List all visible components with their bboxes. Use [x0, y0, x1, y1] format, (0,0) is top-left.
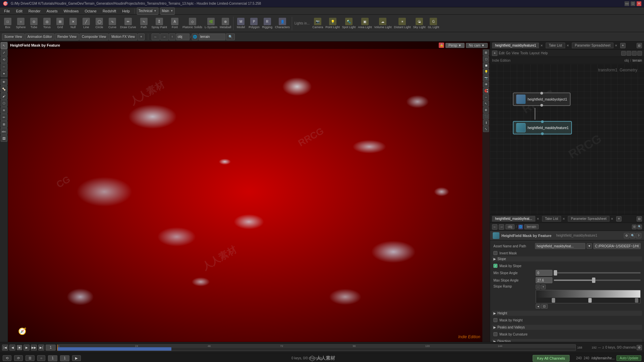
tl-playall-btn[interactable]: ▶▶: [31, 345, 37, 351]
toolbar-model[interactable]: M Model: [234, 15, 247, 32]
handle-tool[interactable]: ✦: [1, 70, 7, 77]
paint-tool[interactable]: 🖌: [1, 93, 7, 100]
node-maskbyfeature[interactable]: heightfield_maskbyfeature1: [510, 120, 575, 136]
animation-editor-tab[interactable]: Animation Editor: [25, 34, 54, 40]
ramp-minus-btn[interactable]: -: [536, 285, 540, 289]
render-view-tab[interactable]: Render View: [55, 34, 79, 40]
edit-tool[interactable]: ✏: [1, 114, 7, 121]
asset-path-arrow[interactable]: ▼: [587, 243, 592, 249]
ng-icon-4[interactable]: [637, 51, 642, 56]
props-tab-close[interactable]: ✕: [537, 217, 539, 221]
max-slope-slider[interactable]: [554, 280, 641, 281]
node-graph-area[interactable]: RRCG RRCG transform1 Geometry heightfiel…: [490, 64, 644, 215]
smooth-tool[interactable]: ≋: [1, 107, 7, 114]
status-btn-4[interactable]: ○: [37, 355, 45, 361]
asset-name-input[interactable]: [535, 243, 585, 249]
forward-btn[interactable]: →: [160, 34, 168, 40]
status-fps-input[interactable]: [60, 355, 69, 361]
ramp-plus-btn[interactable]: +: [541, 285, 546, 289]
ng-path-add[interactable]: +: [492, 51, 497, 56]
motion-fx-view-tab[interactable]: Motion FX View: [109, 34, 137, 40]
menu-assets[interactable]: Assets: [44, 8, 60, 14]
menu-help[interactable]: Help: [119, 8, 132, 14]
slope-section-header[interactable]: ▶ Slope: [492, 256, 642, 261]
tl-begin-btn[interactable]: |◀: [2, 345, 8, 351]
toolbar-sky-light[interactable]: 🌤 Sky Light: [412, 15, 426, 32]
rotate-tool[interactable]: ⟲: [1, 56, 7, 63]
menu-edit[interactable]: Edit: [13, 8, 25, 14]
props-back-btn[interactable]: ←: [492, 224, 497, 230]
status-btn-3[interactable]: ☰: [25, 355, 35, 361]
toolbar-spray[interactable]: ⁑ Spray Paint: [151, 15, 168, 32]
props-tab-take[interactable]: Take List: [542, 216, 561, 222]
props-tab-main[interactable]: heightfield_maskbyfeat...: [492, 216, 535, 222]
vp-tool-render[interactable]: ⬛: [483, 113, 489, 119]
vp-tool-select[interactable]: ↖: [483, 101, 489, 107]
tl-next-btn[interactable]: ▶|: [38, 345, 44, 351]
toolbar-box[interactable]: □ Box: [1, 15, 14, 32]
tl-play-btn[interactable]: ▶: [23, 345, 30, 351]
tl-stop-btn[interactable]: ■: [17, 345, 22, 350]
ng-icon-2[interactable]: [627, 51, 631, 56]
toolbar-tube[interactable]: ⊙ Tube: [28, 15, 40, 32]
max-slope-thumb[interactable]: [592, 278, 595, 283]
no-cam-button[interactable]: No cam ▼: [466, 43, 488, 48]
toolbar-circle[interactable]: ◯ Circle: [93, 15, 106, 32]
props-tab-close2[interactable]: ✕: [562, 217, 565, 221]
min-slope-slider[interactable]: [554, 272, 641, 274]
auto-update-btn[interactable]: Auto Update: [616, 355, 641, 361]
toolbar-camera[interactable]: 📷 Camera: [311, 15, 324, 32]
ng-icon-3[interactable]: [632, 51, 637, 56]
timeline-track[interactable]: 1 24 48 72 96 120 144: [57, 344, 576, 351]
toolbar-platonic[interactable]: ◇ Platonic Solids: [181, 15, 203, 32]
props-path-btn2[interactable]: 🔍: [637, 225, 642, 229]
search-btn[interactable]: 🔍: [226, 34, 235, 40]
toolbar-sphere[interactable]: ○ Sphere: [14, 15, 27, 32]
asset-path-input[interactable]: [593, 243, 641, 249]
minimize-button[interactable]: —: [625, 1, 629, 6]
vp-tool-view[interactable]: 👁: [483, 81, 489, 87]
ramp-extra-btn2[interactable]: ⊡: [541, 304, 548, 309]
add-view-tab[interactable]: +: [138, 34, 145, 40]
pose-tool[interactable]: 🦴: [1, 86, 7, 93]
vp-tool-handles[interactable]: ↔: [483, 94, 489, 100]
direction-section-header[interactable]: ▶ Direction: [492, 339, 642, 342]
terrain-icon-btn[interactable]: 🌐: [192, 34, 198, 40]
max-slope-input[interactable]: [536, 277, 552, 283]
mask-by-slope-checkbox[interactable]: [493, 264, 497, 268]
vp-tool-maximize[interactable]: ⤡: [483, 126, 489, 132]
persp-button[interactable]: Persp ▼: [445, 43, 465, 48]
toolbar-dropdown-technical[interactable]: Technical ▼: [137, 7, 158, 15]
menu-render[interactable]: Render: [26, 8, 43, 14]
toolbar-distant-light[interactable]: ☀ Distant Light: [393, 15, 412, 32]
height-section-header[interactable]: ▶ Height: [492, 311, 642, 316]
vp-tool-pivot[interactable]: ⊕: [483, 107, 489, 113]
props-search-btn[interactable]: 🔍: [630, 233, 635, 238]
toolbar-gl-light[interactable]: G GL Light: [427, 15, 440, 32]
node-maskbyobject[interactable]: heightfield_maskbyobject1: [510, 91, 573, 107]
back-btn[interactable]: ←: [152, 34, 160, 40]
toolbar-polygon[interactable]: P Polygon: [248, 15, 261, 32]
toolbar-line[interactable]: ╱ Line: [80, 15, 93, 32]
menu-file[interactable]: File: [1, 8, 13, 14]
peaks-section-header[interactable]: ▶ Peaks and Valleys: [492, 325, 642, 330]
min-slope-input[interactable]: [536, 270, 552, 276]
status-frame-input[interactable]: [48, 355, 57, 361]
vp-tool-info[interactable]: ℹ: [483, 120, 489, 126]
toolbar-dropdown-main[interactable]: Main ▼: [160, 7, 175, 15]
vp-tool-display[interactable]: ◻: [483, 56, 489, 62]
toolbar-grid[interactable]: ⊞ Grid: [54, 15, 66, 32]
toolbar-draw-curve[interactable]: ✏ Draw Curve: [119, 15, 137, 32]
vp-tool-layout[interactable]: ⊞: [483, 50, 489, 56]
props-tab-param[interactable]: Parameter Spreadsheet: [568, 216, 609, 222]
props-add-tab[interactable]: +: [616, 216, 622, 222]
ng-icon-1[interactable]: [621, 51, 626, 56]
node-graph-tab-param[interactable]: Parameter Spreadsheet: [572, 43, 613, 48]
ramp-cp-2[interactable]: [588, 298, 592, 303]
toolbar-characters[interactable]: 👤 Characters: [274, 15, 291, 32]
node-graph-tab-feature[interactable]: heightfield_maskbyfeature1: [492, 43, 539, 48]
obj-path-input[interactable]: [176, 34, 190, 40]
props-help-btn[interactable]: ?: [636, 233, 641, 238]
ramp-cp-1[interactable]: [552, 298, 555, 303]
scene-view-tab[interactable]: Scene View: [2, 34, 24, 40]
